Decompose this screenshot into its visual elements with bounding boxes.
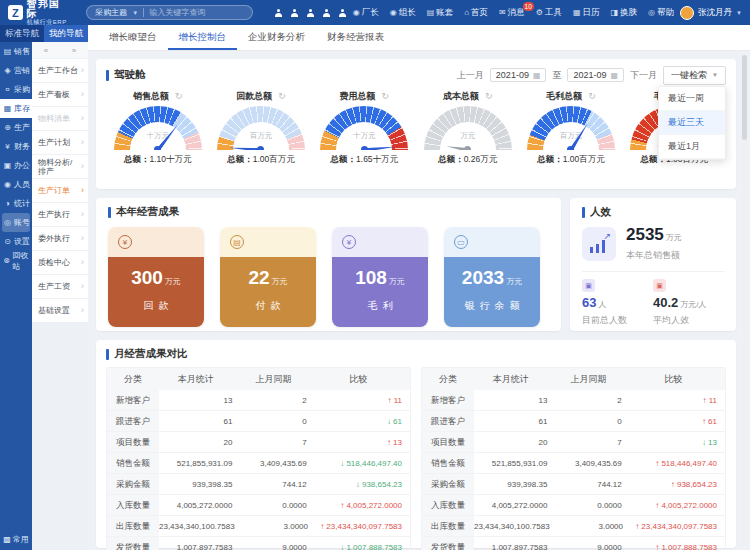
sidebar-module-item[interactable]: 人员 <box>0 175 32 194</box>
user-icon[interactable] <box>291 9 299 17</box>
sidebar-submenu-item[interactable]: 生产执行 › <box>32 203 88 226</box>
result-label: 银行余额 <box>444 299 540 313</box>
date-range-separator: 至 <box>552 69 561 82</box>
search-input[interactable] <box>149 8 241 17</box>
sidebar-submenu-item[interactable]: 委外执行 › <box>32 227 88 250</box>
date-from-input[interactable]: 2021-09 ▦ <box>490 68 547 82</box>
scrollbar-thumb[interactable] <box>742 55 747 140</box>
user-menu[interactable]: 张沈月丹 ▼ <box>680 6 742 20</box>
efficiency-title: 人效 <box>582 205 724 219</box>
sidebar-module-item[interactable]: 回收站 <box>0 251 32 270</box>
calendar-icon: ▦ <box>533 71 541 80</box>
sidebar-module-item[interactable]: 设置 <box>0 232 32 251</box>
row-diff: 61 <box>630 411 725 431</box>
quick-search-option[interactable]: 最近三天 <box>659 111 725 135</box>
quick-search-option[interactable]: 最近一周 <box>659 87 725 111</box>
topbar-menu-item[interactable]: 账套 <box>427 7 454 19</box>
sidebar-module-item[interactable]: 采购 <box>0 80 32 99</box>
sidebar-module-item[interactable]: 财务 <box>0 137 32 156</box>
row-current: 4,005,272.0000 <box>159 495 240 515</box>
sidebar-module-item[interactable]: 账号 <box>2 213 30 232</box>
row-category: 销售金额 <box>107 453 159 473</box>
row-previous: 7 <box>240 432 314 452</box>
refresh-icon[interactable]: ↻ <box>278 91 286 101</box>
user-icon[interactable] <box>339 9 347 17</box>
refresh-icon[interactable]: ↻ <box>485 91 493 101</box>
annual-results-card: 本年经营成果 300万元 回款 <box>96 198 561 331</box>
refresh-icon[interactable]: ↻ <box>175 91 183 101</box>
sidebar-submenu-item[interactable]: 物料清单 › <box>32 107 88 130</box>
standard-nav-header[interactable]: 标准导航 <box>0 25 44 42</box>
quick-search-dropdown: 最近一周 最近三天 最近1月 <box>658 86 726 160</box>
sidebar-submenu-item[interactable]: 质检中心 › <box>32 251 88 274</box>
gauge-unit: 百万元 <box>527 131 615 141</box>
topbar-menu-label: 日历 <box>583 7 600 19</box>
sidebar-submenu-item[interactable]: 基础设置 › <box>32 299 88 322</box>
table-row: 入库数量 4,005,272.0000 0.0000 4,005,272.000… <box>107 495 410 516</box>
chevron-right-icon: › <box>81 66 84 75</box>
sidebar-module-item[interactable]: 生产 <box>0 118 32 137</box>
result-card-header <box>108 227 204 257</box>
refresh-icon[interactable]: ↻ <box>588 91 596 101</box>
chevron-right-icon: › <box>81 282 84 291</box>
total-sales-unit: 万元 <box>666 233 682 242</box>
dashboard-tab[interactable]: 增长控制台 <box>168 25 238 50</box>
sidebar-submenu-item[interactable]: 生产看板 › <box>32 83 88 106</box>
chevron-right-icon: › <box>81 234 84 243</box>
prev-month-button[interactable]: 上一月 <box>457 69 484 82</box>
sidebar-submenu-item[interactable]: 物料分析/排产 › <box>32 155 88 178</box>
topbar-menu-item[interactable]: 首页 <box>464 7 488 19</box>
gauge-hub <box>361 146 368 150</box>
sidebar-submenu-item[interactable]: 生产计划 › <box>32 131 88 154</box>
scrollbar[interactable] <box>742 55 747 542</box>
topbar-menu-item[interactable]: 换肤 <box>611 7 638 19</box>
topbar-menu-item[interactable]: 日历 <box>573 7 600 19</box>
sidebar-submenu-item[interactable]: 生产工作台 › <box>32 59 88 82</box>
date-controls: 上一月 2021-09 ▦ 至 2021-09 ▦ 下一月 一键检索 ▼ <box>457 66 726 85</box>
gauge-value-label: 总额： <box>124 154 150 164</box>
sidebar-module-item[interactable]: 统计 <box>0 194 32 213</box>
row-diff: 61 <box>315 411 410 431</box>
col-header-current: 本月统计 <box>159 368 240 390</box>
topbar-menu-item[interactable]: 帮助 <box>648 7 674 19</box>
quick-search-button[interactable]: 一键检索 ▼ <box>663 66 726 85</box>
dashboard-tab[interactable]: 财务经营报表 <box>316 25 395 50</box>
sidebar-module-item[interactable]: 库存 <box>0 99 32 118</box>
result-label: 付款 <box>220 299 316 313</box>
topbar-menu-item[interactable]: 组长 <box>390 7 416 19</box>
row-current: 939,398.35 <box>159 474 240 494</box>
sidebar-module-item[interactable]: 办公 <box>0 156 32 175</box>
sidebar-module-item[interactable]: 营销 <box>0 61 32 80</box>
row-current: 23,434,340,100.7583 <box>159 516 243 536</box>
dashboard-tab[interactable]: 增长瞭望台 <box>98 25 168 50</box>
app-logo[interactable]: Z 智邦国际 机械行业ERP <box>8 0 70 26</box>
topbar-menu-item[interactable]: 消息 10 <box>499 7 525 19</box>
collapse-right-icon[interactable]: » <box>72 46 76 55</box>
topbar-menu-label: 帮助 <box>657 7 674 19</box>
my-nav-header[interactable]: 我的导航 <box>44 25 88 42</box>
next-month-button[interactable]: 下一月 <box>630 69 657 82</box>
user-icon[interactable] <box>275 9 283 17</box>
refresh-icon[interactable]: ↻ <box>382 91 390 101</box>
sidebar-submenu-item[interactable]: 生产工资 › <box>32 275 88 298</box>
search-category-select[interactable]: 采购主题 <box>95 7 127 18</box>
collapse-left-icon[interactable]: « <box>44 46 48 55</box>
user-icon[interactable] <box>307 9 315 17</box>
user-icon[interactable] <box>323 9 331 17</box>
row-diff: 13 <box>315 432 410 452</box>
sidebar-favorites-button[interactable]: 常用 <box>0 534 32 545</box>
sidebar-module-item[interactable]: 销售 <box>0 42 32 61</box>
module-label: 生产 <box>14 122 30 133</box>
topbar-menu-item[interactable]: 厂长 <box>353 7 379 19</box>
row-diff: 518,446,497.40 <box>630 453 725 473</box>
quick-search-option[interactable]: 最近1月 <box>659 135 725 159</box>
gauge-hub <box>567 146 574 150</box>
dashboard-tab[interactable]: 企业财务分析 <box>237 25 316 50</box>
topbar-menu-item[interactable]: 工具 <box>536 7 562 19</box>
sidebar-submenu-item[interactable]: 生产订单 › <box>32 179 88 202</box>
result-unit: 万元 <box>165 277 181 286</box>
row-diff: 23,434,340,097.7583 <box>316 516 410 536</box>
date-to-input[interactable]: 2021-09 ▦ <box>567 68 624 82</box>
submenu-label: 生产工资 <box>38 282 70 291</box>
sidebar-secondary: « » 生产工作台 › 生产看板 › 物料清单 › 生产计划 › <box>32 42 88 550</box>
